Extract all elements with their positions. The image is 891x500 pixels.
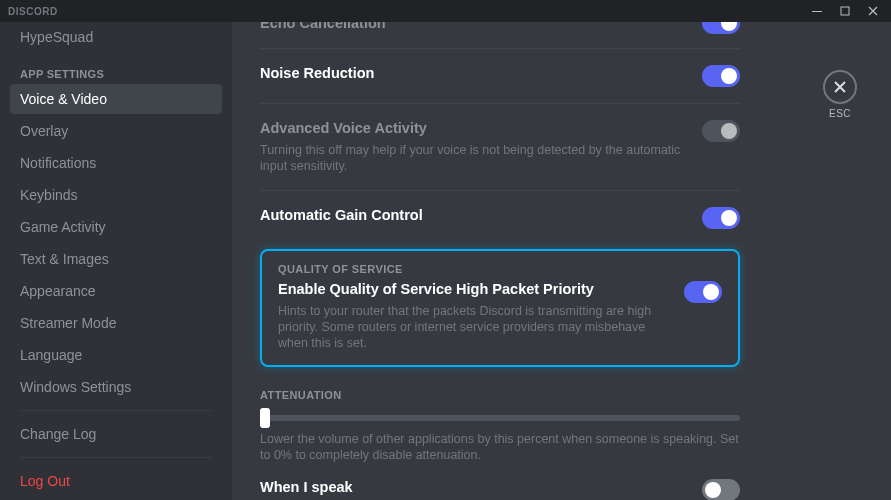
setting-title: Echo Cancellation	[260, 22, 386, 31]
sidebar-item-hypesquad[interactable]: HypeSquad	[10, 22, 222, 52]
setting-qos-priority: Enable Quality of Service High Packet Pr…	[278, 275, 722, 351]
sidebar-item-change-log[interactable]: Change Log	[10, 419, 222, 449]
window-close-button[interactable]	[859, 0, 887, 22]
setting-title: Advanced Voice Activity	[260, 120, 686, 136]
window-controls	[803, 0, 887, 22]
toggle-when-i-speak[interactable]	[702, 479, 740, 500]
sidebar-item-log-out[interactable]: Log Out	[10, 466, 222, 496]
close-button[interactable]	[823, 70, 857, 104]
sidebar-item-appearance[interactable]: Appearance	[10, 276, 222, 306]
sidebar-item-voice-video[interactable]: Voice & Video	[10, 84, 222, 114]
settings-sidebar: HypeSquad APP SETTINGS Voice & Video Ove…	[0, 22, 232, 500]
window-maximize-button[interactable]	[831, 0, 859, 22]
sidebar-item-text-images[interactable]: Text & Images	[10, 244, 222, 274]
window-minimize-button[interactable]	[803, 0, 831, 22]
qos-highlight-box: QUALITY OF SERVICE Enable Quality of Ser…	[260, 249, 740, 367]
sidebar-item-keybinds[interactable]: Keybinds	[10, 180, 222, 210]
setting-title: Noise Reduction	[260, 65, 374, 81]
section-header-attenuation: ATTENUATION	[260, 367, 740, 401]
toggle-advanced-voice-activity[interactable]	[702, 120, 740, 142]
sidebar-item-overlay[interactable]: Overlay	[10, 116, 222, 146]
close-settings: ESC	[823, 70, 857, 119]
titlebar: DISCORD	[0, 0, 891, 22]
section-header-qos: QUALITY OF SERVICE	[278, 263, 722, 275]
toggle-automatic-gain-control[interactable]	[702, 207, 740, 229]
toggle-qos-priority[interactable]	[684, 281, 722, 303]
toggle-noise-reduction[interactable]	[702, 65, 740, 87]
sidebar-item-streamer-mode[interactable]: Streamer Mode	[10, 308, 222, 338]
sidebar-separator	[20, 410, 212, 411]
setting-description: Turning this off may help if your voice …	[260, 142, 686, 174]
sidebar-item-game-activity[interactable]: Game Activity	[10, 212, 222, 242]
sidebar-item-windows-settings[interactable]: Windows Settings	[10, 372, 222, 402]
settings-content: Echo Cancellation Noise Reduction Advanc…	[232, 22, 891, 500]
setting-description: Hints to your router that the packets Di…	[278, 303, 668, 351]
toggle-echo-cancellation[interactable]	[702, 22, 740, 34]
sidebar-item-language[interactable]: Language	[10, 340, 222, 370]
setting-when-i-speak: When I speak	[260, 463, 740, 500]
sidebar-separator	[20, 457, 212, 458]
setting-title: Automatic Gain Control	[260, 207, 423, 223]
setting-automatic-gain-control: Automatic Gain Control	[260, 191, 740, 245]
setting-title: When I speak	[260, 479, 353, 495]
sidebar-header-app-settings: APP SETTINGS	[10, 54, 222, 84]
setting-title: Enable Quality of Service High Packet Pr…	[278, 281, 668, 297]
setting-advanced-voice-activity: Advanced Voice Activity Turning this off…	[260, 104, 740, 190]
setting-noise-reduction: Noise Reduction	[260, 49, 740, 103]
close-label: ESC	[823, 108, 857, 119]
attenuation-slider[interactable]	[260, 401, 740, 421]
app-brand: DISCORD	[8, 6, 58, 17]
svg-rect-0	[812, 11, 822, 12]
setting-echo-cancellation: Echo Cancellation	[260, 22, 740, 49]
attenuation-description: Lower the volume of other applications b…	[260, 431, 740, 463]
sidebar-item-notifications[interactable]: Notifications	[10, 148, 222, 178]
svg-rect-1	[841, 7, 849, 15]
